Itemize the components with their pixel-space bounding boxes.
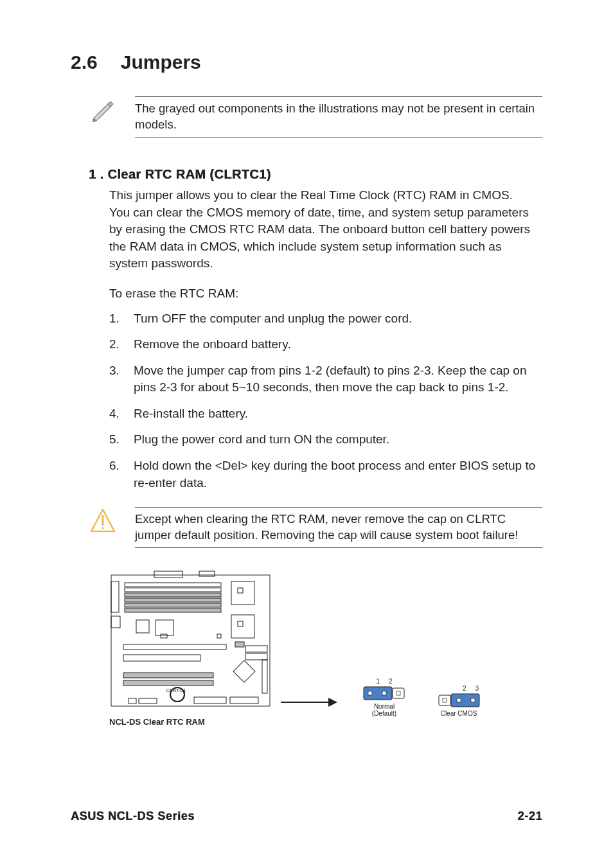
footer-right: 2-21 <box>518 810 542 823</box>
svg-rect-24 <box>123 644 226 650</box>
section-heading: 2.6 Jumpers <box>71 51 542 73</box>
svg-rect-8 <box>125 588 221 592</box>
caution-block: Except when clearing the RTC RAM, never … <box>89 507 542 548</box>
svg-rect-14 <box>111 616 120 628</box>
jumper-state-label: Normal (Default) <box>363 703 405 717</box>
svg-rect-46 <box>451 694 479 707</box>
note-block: The grayed out components in the illustr… <box>89 96 542 137</box>
step-text: Re-install the battery. <box>134 405 542 423</box>
svg-rect-30 <box>233 660 255 682</box>
svg-rect-45 <box>443 698 447 702</box>
jumper-state-label: Clear CMOS <box>438 710 480 717</box>
step-item: 4.Re-install the battery. <box>109 405 542 423</box>
svg-rect-29 <box>245 653 267 660</box>
svg-rect-27 <box>123 680 213 686</box>
footer-left: ASUS NCL-DS Series <box>71 810 195 823</box>
step-text: Turn OFF the computer and unplug the pow… <box>134 310 542 328</box>
subsection-clrtc: 1 . Clear RTC RAM (CLRTC1) This jumper a… <box>71 167 542 492</box>
pencil-note-icon <box>89 96 117 122</box>
pin-label-1: 1 <box>376 678 380 685</box>
step-item: 6.Hold down the <Del> key during the boo… <box>109 457 542 492</box>
step-text: Move the jumper cap from pins 1-2 (defau… <box>134 362 542 396</box>
svg-rect-33 <box>139 698 157 704</box>
svg-rect-19 <box>136 620 149 633</box>
subsection-paragraph: This jumper allows you to clear the Real… <box>109 187 536 272</box>
svg-rect-47 <box>457 698 461 702</box>
step-text: Remove the onboard battery. <box>134 336 542 353</box>
pin-label-3: 3 <box>475 685 479 692</box>
svg-point-4 <box>102 527 104 529</box>
section-number: 2.6 <box>71 51 98 73</box>
step-number: 3. <box>109 362 125 396</box>
section-title: Jumpers <box>121 51 201 73</box>
jumper-position-normal: 12 Normal (Default) <box>363 678 405 717</box>
svg-rect-32 <box>129 698 136 704</box>
step-text: Hold down the <Del> key during the boot … <box>134 457 542 492</box>
svg-rect-5 <box>154 571 182 578</box>
pin-label-2: 2 <box>389 678 393 685</box>
step-item: 2.Remove the onboard battery. <box>109 336 542 353</box>
jumper-positions: 12 Normal (Default) 23 Clear CMOS <box>363 678 480 717</box>
svg-marker-38 <box>328 698 337 707</box>
caution-text: Except when clearing the RTC RAM, never … <box>135 511 542 544</box>
step-item: 3.Move the jumper cap from pins 1-2 (def… <box>109 362 542 396</box>
svg-rect-18 <box>238 621 243 626</box>
clrtc-location-label: CLRTC1 <box>166 687 187 693</box>
svg-rect-40 <box>368 691 372 695</box>
note-text: The grayed out components in the illustr… <box>135 101 542 133</box>
svg-rect-9 <box>125 593 221 597</box>
svg-rect-35 <box>230 697 258 704</box>
subsection-heading: 1 . Clear RTC RAM (CLRTC1) <box>89 167 542 182</box>
svg-rect-16 <box>238 588 243 593</box>
svg-rect-20 <box>155 620 173 635</box>
steps-list: 1.Turn OFF the computer and unplug the p… <box>109 310 542 492</box>
svg-rect-43 <box>396 691 400 695</box>
svg-rect-10 <box>125 598 221 602</box>
page-footer: ASUS NCL-DS Series 2-21 <box>71 810 542 823</box>
step-number: 6. <box>109 457 125 492</box>
svg-rect-6 <box>199 571 215 576</box>
svg-rect-41 <box>382 691 386 695</box>
svg-rect-21 <box>161 634 167 638</box>
pin-label-2b: 2 <box>463 685 466 692</box>
caution-triangle-icon <box>89 507 117 533</box>
jumper-position-clear: 23 Clear CMOS <box>438 685 480 717</box>
svg-rect-13 <box>111 581 119 612</box>
step-number: 4. <box>109 405 125 423</box>
motherboard-illustration: CLRTC1 <box>109 570 273 714</box>
step-text: Plug the power cord and turn ON the comp… <box>134 431 542 448</box>
svg-rect-48 <box>471 698 475 702</box>
step-number: 5. <box>109 431 125 448</box>
diagram-caption: NCL-DS Clear RTC RAM <box>109 717 542 727</box>
step-number: 2. <box>109 336 125 353</box>
board-diagram: CLRTC1 12 Normal (Default) 23 <box>109 570 542 714</box>
step-item: 1.Turn OFF the computer and unplug the p… <box>109 310 542 328</box>
svg-rect-34 <box>194 697 226 704</box>
step-item: 5.Plug the power cord and turn ON the co… <box>109 431 542 448</box>
svg-rect-26 <box>123 673 213 678</box>
svg-rect-39 <box>364 687 392 700</box>
svg-rect-7 <box>125 583 221 587</box>
subsection-title: Clear RTC RAM (CLRTC1) <box>107 167 271 181</box>
svg-rect-11 <box>125 603 221 607</box>
steps-lead: To erase the RTC RAM: <box>109 285 536 303</box>
svg-rect-25 <box>123 655 200 661</box>
step-number: 1. <box>109 310 125 328</box>
svg-rect-31 <box>262 660 267 693</box>
svg-rect-22 <box>217 634 221 638</box>
svg-rect-12 <box>125 608 221 612</box>
arrow-right-icon <box>280 693 337 712</box>
svg-rect-23 <box>235 642 244 647</box>
subsection-number: 1 . <box>89 167 103 181</box>
svg-rect-28 <box>245 646 267 652</box>
